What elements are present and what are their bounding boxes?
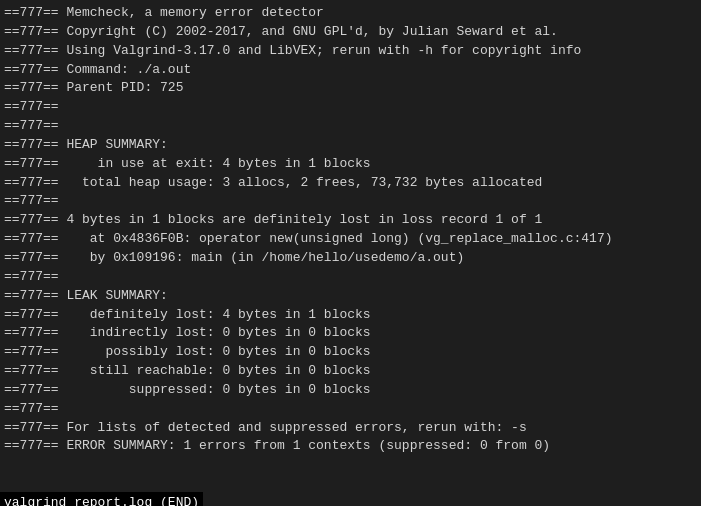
terminal-text: ==777== Memcheck, a memory error detecto… xyxy=(4,4,697,456)
status-bar: valgrind_report.log (END) xyxy=(0,492,203,506)
terminal-output: ==777== Memcheck, a memory error detecto… xyxy=(0,0,701,490)
